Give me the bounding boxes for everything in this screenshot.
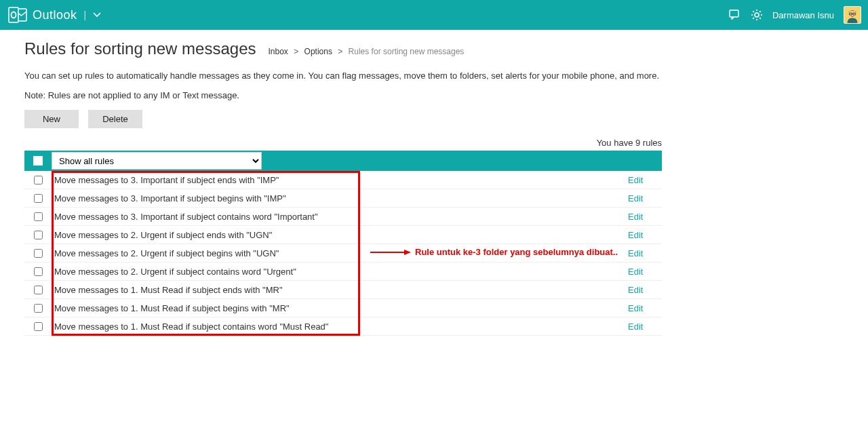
edit-link[interactable]: Edit	[628, 285, 643, 295]
table-row: Move messages to 1. Must Read if subject…	[24, 317, 662, 336]
edit-cell: Edit	[628, 322, 662, 332]
select-all-checkbox[interactable]	[33, 156, 43, 166]
content: Rules for sorting new messages Inbox > O…	[0, 30, 868, 356]
table-row: Move messages to 1. Must Read if subject…	[24, 299, 662, 317]
brand-divider: |	[84, 9, 87, 20]
rule-description: Move messages to 3. Important if subject…	[52, 193, 628, 203]
table-row: Move messages to 3. Important if subject…	[24, 171, 662, 189]
topbar: Outlook | Darmawan Isnu	[0, 0, 868, 30]
username[interactable]: Darmawan Isnu	[772, 10, 834, 20]
edit-cell: Edit	[628, 230, 662, 240]
edit-link[interactable]: Edit	[628, 322, 643, 332]
rule-description: Move messages to 1. Must Read if subject…	[52, 285, 628, 295]
gear-icon[interactable]	[751, 9, 763, 21]
filter-cell: Show all rules	[52, 152, 262, 170]
row-checkbox-cell	[24, 286, 52, 294]
page-title: Rules for sorting new messages	[24, 39, 256, 58]
row-checkbox-cell	[24, 176, 52, 184]
note-text: Note: Rules are not applied to any IM or…	[24, 90, 844, 100]
row-checkbox-cell	[24, 212, 52, 221]
rule-description: Move messages to 1. Must Read if subject…	[52, 322, 628, 332]
breadcrumb-sep: >	[294, 47, 298, 56]
rule-count: You have 9 rules	[24, 138, 662, 148]
row-checkbox-cell	[24, 267, 52, 276]
edit-link[interactable]: Edit	[628, 193, 643, 203]
row-checkbox[interactable]	[34, 176, 43, 184]
breadcrumb-inbox[interactable]: Inbox	[268, 47, 288, 56]
row-checkbox[interactable]	[34, 304, 43, 313]
table-row: Move messages to 3. Important if subject…	[24, 189, 662, 208]
edit-link[interactable]: Edit	[628, 230, 643, 240]
row-checkbox[interactable]	[34, 194, 43, 203]
rule-description: Move messages to 3. Important if subject…	[52, 212, 628, 222]
row-checkbox-cell	[24, 304, 52, 313]
edit-link[interactable]: Edit	[628, 248, 643, 258]
breadcrumb-sep: >	[338, 47, 342, 56]
rules-body: Move messages to 3. Important if subject…	[24, 171, 662, 336]
row-checkbox-cell	[24, 194, 52, 203]
edit-cell: Edit	[628, 303, 662, 313]
title-row: Rules for sorting new messages Inbox > O…	[24, 39, 844, 58]
edit-link[interactable]: Edit	[628, 175, 643, 185]
topbar-left: Outlook |	[8, 7, 101, 23]
breadcrumb-current: Rules for sorting new messages	[349, 47, 465, 56]
row-checkbox[interactable]	[34, 249, 43, 258]
edit-cell: Edit	[628, 193, 662, 203]
table-row: Move messages to 1. Must Read if subject…	[24, 281, 662, 299]
svg-line-9	[753, 11, 754, 12]
table-row: Move messages to 2. Urgent if subject be…	[24, 244, 662, 262]
svg-line-11	[753, 18, 754, 19]
row-checkbox[interactable]	[34, 286, 43, 294]
topbar-right: Darmawan Isnu	[729, 6, 861, 24]
breadcrumb-options[interactable]: Options	[304, 47, 332, 56]
rule-description: Move messages to 1. Must Read if subject…	[52, 303, 628, 313]
row-checkbox[interactable]	[34, 322, 43, 331]
table-row: Move messages to 2. Urgent if subject en…	[24, 226, 662, 244]
row-checkbox-cell	[24, 249, 52, 258]
rules-table: Show all rules Move messages to 3. Impor…	[24, 151, 662, 336]
filter-select[interactable]: Show all rules	[52, 152, 262, 170]
edit-link[interactable]: Edit	[628, 303, 643, 313]
header-spacer	[262, 151, 662, 171]
rule-description: Move messages to 2. Urgent if subject co…	[52, 267, 628, 277]
row-checkbox-cell	[24, 322, 52, 331]
edit-link[interactable]: Edit	[628, 212, 643, 222]
row-checkbox[interactable]	[34, 212, 43, 221]
avatar[interactable]	[844, 6, 861, 24]
edit-cell: Edit	[628, 285, 662, 295]
new-button[interactable]: New	[24, 110, 79, 128]
table-header: Show all rules	[24, 151, 662, 171]
svg-line-10	[760, 18, 761, 19]
brand-name[interactable]: Outlook	[33, 8, 77, 22]
button-row: New Delete	[24, 110, 844, 128]
row-checkbox-cell	[24, 231, 52, 239]
intro-text: You can set up rules to automatically ha…	[24, 71, 844, 81]
svg-point-4	[755, 13, 759, 17]
edit-cell: Edit	[628, 248, 662, 258]
svg-line-12	[760, 11, 761, 12]
messaging-icon[interactable]	[729, 9, 741, 21]
outlook-logo-icon[interactable]	[8, 7, 27, 23]
table-row: Move messages to 3. Important if subject…	[24, 208, 662, 226]
breadcrumb: Inbox > Options > Rules for sorting new …	[268, 47, 464, 56]
select-all-cell	[24, 151, 52, 171]
svg-rect-1	[9, 7, 18, 22]
edit-cell: Edit	[628, 212, 662, 222]
delete-button[interactable]: Delete	[88, 110, 142, 128]
rule-description: Move messages to 2. Urgent if subject en…	[52, 230, 628, 240]
edit-cell: Edit	[628, 175, 662, 185]
row-checkbox[interactable]	[34, 267, 43, 276]
chevron-down-icon[interactable]	[93, 10, 101, 20]
svg-rect-3	[730, 10, 738, 17]
rule-description: Move messages to 2. Urgent if subject be…	[52, 248, 628, 258]
table-row: Move messages to 2. Urgent if subject co…	[24, 262, 662, 281]
edit-cell: Edit	[628, 267, 662, 277]
row-checkbox[interactable]	[34, 231, 43, 239]
edit-link[interactable]: Edit	[628, 267, 643, 277]
rule-description: Move messages to 3. Important if subject…	[52, 175, 628, 185]
